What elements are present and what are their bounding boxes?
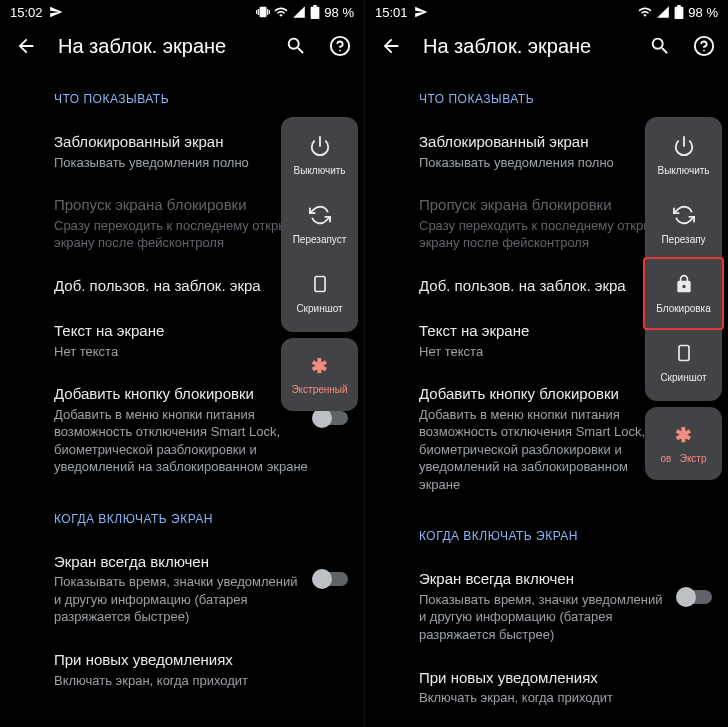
setting-new-notifications[interactable]: При новых уведомлениях Включать экран, к…	[419, 656, 712, 719]
power-lock-button[interactable]: Блокировка	[643, 257, 724, 330]
section-when: КОГДА ВКЛЮЧАТЬ ЭКРАН	[419, 505, 712, 557]
app-bar: На заблок. экране	[0, 24, 364, 68]
vibrate-icon	[256, 5, 270, 19]
search-icon[interactable]	[284, 34, 308, 58]
setting-new-notifications[interactable]: При новых уведомлениях Включать экран, к…	[54, 638, 348, 701]
status-bar: 15:01 98 %	[365, 0, 728, 24]
battery-percent: 98 %	[324, 5, 354, 20]
wifi-icon	[638, 5, 652, 19]
phone-right: 15:01 98 % На заблок. экране ЧТО ПОКАЗЫВ…	[364, 0, 728, 727]
telegram-icon	[49, 5, 63, 19]
status-time: 15:01	[375, 5, 408, 20]
power-icon	[673, 135, 695, 157]
status-time: 15:02	[10, 5, 43, 20]
page-title: На заблок. экране	[58, 35, 264, 58]
section-what: ЧТО ПОКАЗЫВАТЬ	[419, 68, 712, 120]
screenshot-icon	[310, 273, 330, 295]
power-off-button[interactable]: Выключить	[281, 121, 358, 190]
power-menu: Выключить Перезапуст Скриншот ✱ Экстренн…	[281, 117, 358, 411]
restart-icon	[673, 204, 695, 226]
toggle-always-on[interactable]	[314, 572, 348, 586]
restart-icon	[309, 204, 331, 226]
setting-always-on[interactable]: Экран всегда включен Показывать время, з…	[419, 557, 712, 655]
toggle-always-on[interactable]	[678, 590, 712, 604]
toggle-lock-button[interactable]	[314, 411, 348, 425]
power-emergency-button[interactable]: ✱ Экстренный	[281, 338, 358, 411]
signal-icon	[292, 5, 306, 19]
help-icon[interactable]	[692, 34, 716, 58]
signal-icon	[656, 5, 670, 19]
section-when: КОГДА ВКЛЮЧАТЬ ЭКРАН	[54, 488, 348, 540]
back-icon[interactable]	[14, 34, 38, 58]
power-emergency-button[interactable]: ✱ ов Экстр	[645, 407, 722, 480]
power-screenshot-button[interactable]: Скриншот	[281, 259, 358, 328]
screenshot-icon	[674, 342, 694, 364]
status-bar: 15:02 98 %	[0, 0, 364, 24]
setting-always-on[interactable]: Экран всегда включен Показывать время, з…	[54, 540, 348, 638]
search-icon[interactable]	[648, 34, 672, 58]
lock-icon	[674, 273, 694, 295]
help-icon[interactable]	[328, 34, 352, 58]
power-menu-main: Выключить Перезапуст Скриншот	[281, 117, 358, 332]
power-menu: Выключить Перезапу Блокировка Скриншот ✱…	[645, 117, 722, 480]
phone-left: 15:02 98 % На заблок. экране ЧТО ПОКАЗЫВ…	[0, 0, 364, 727]
telegram-icon	[414, 5, 428, 19]
wifi-icon	[274, 5, 288, 19]
power-restart-button[interactable]: Перезапу	[645, 190, 722, 259]
power-menu-main: Выключить Перезапу Блокировка Скриншот	[645, 117, 722, 401]
emergency-icon: ✱	[311, 354, 328, 378]
power-off-button[interactable]: Выключить	[645, 121, 722, 190]
battery-icon	[674, 5, 684, 19]
section-what: ЧТО ПОКАЗЫВАТЬ	[54, 68, 348, 120]
power-icon	[309, 135, 331, 157]
battery-icon	[310, 5, 320, 19]
back-icon[interactable]	[379, 34, 403, 58]
emergency-icon: ✱	[675, 423, 692, 447]
app-bar: На заблок. экране	[365, 24, 728, 68]
power-screenshot-button[interactable]: Скриншот	[645, 328, 722, 397]
battery-percent: 98 %	[688, 5, 718, 20]
svg-rect-3	[679, 346, 689, 361]
power-restart-button[interactable]: Перезапуст	[281, 190, 358, 259]
page-title: На заблок. экране	[423, 35, 628, 58]
svg-rect-1	[315, 277, 325, 292]
